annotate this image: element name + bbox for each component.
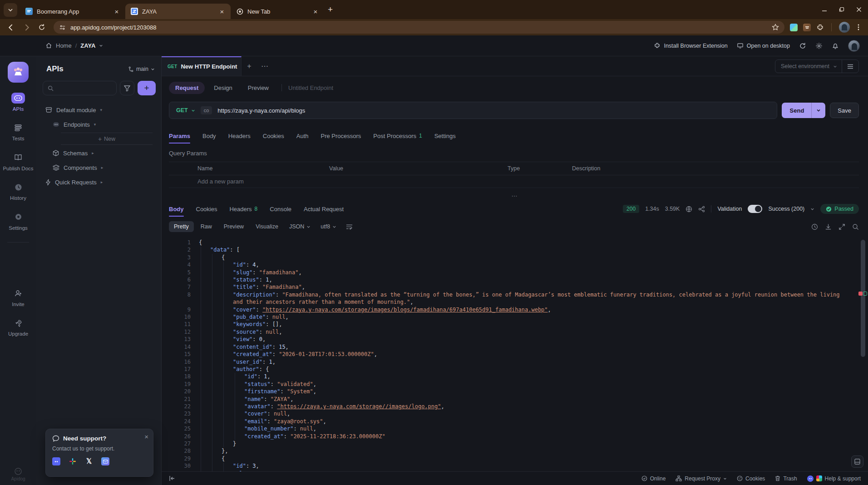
minimize-icon[interactable] <box>822 7 827 12</box>
bottom-panel-toggle[interactable] <box>851 455 863 468</box>
split-resize-handle[interactable]: ⋯ <box>162 193 868 199</box>
gear-icon[interactable] <box>815 42 823 49</box>
browser-tab-zaya[interactable]: ZAYA × <box>125 4 231 19</box>
search-input[interactable] <box>43 81 117 95</box>
tab-search-button[interactable] <box>4 3 17 17</box>
bookmark-star-icon[interactable] <box>772 24 779 31</box>
expand-icon[interactable] <box>838 223 845 230</box>
collapse-sidebar-icon[interactable] <box>169 475 175 481</box>
rail-item-upgrade[interactable]: Upgrade <box>8 317 28 337</box>
tab-settings[interactable]: Settings <box>434 128 456 144</box>
browser-menu-icon[interactable] <box>855 24 862 31</box>
request-url-input[interactable]: https://zaya.y-naya.com/api/blogs <box>217 107 305 114</box>
user-avatar[interactable] <box>848 40 860 52</box>
close-tab-icon[interactable]: × <box>113 7 121 15</box>
editor-scrollbar[interactable] <box>861 240 865 357</box>
close-tab-icon[interactable]: × <box>311 7 320 15</box>
format-preview[interactable]: Preview <box>219 221 249 232</box>
method-select[interactable]: GET <box>169 107 201 114</box>
download-icon[interactable] <box>825 223 832 230</box>
close-tab-icon[interactable]: × <box>218 7 226 15</box>
forward-button[interactable] <box>20 21 33 34</box>
format-pretty[interactable]: Pretty <box>169 221 194 232</box>
reload-button[interactable] <box>35 21 48 34</box>
save-button[interactable]: Save <box>830 103 859 118</box>
online-status[interactable]: Online <box>641 475 666 482</box>
word-wrap-icon[interactable] <box>346 224 353 230</box>
browser-tab-boomerang[interactable]: Boomerang App × <box>20 4 125 19</box>
search-icon[interactable] <box>852 223 859 230</box>
resp-tab-body[interactable]: Body <box>169 201 184 217</box>
breadcrumb-project[interactable]: ZAYA <box>80 42 95 49</box>
slack-icon[interactable] <box>69 457 77 465</box>
site-info-icon[interactable] <box>59 24 66 31</box>
rail-item-history[interactable]: History <box>10 182 26 201</box>
add-tab-button[interactable]: + <box>242 56 257 76</box>
back-button[interactable] <box>5 21 17 34</box>
bell-icon[interactable] <box>832 42 839 49</box>
open-on-desktop-button[interactable]: Open on desktop <box>737 42 790 49</box>
tree-item-default-module[interactable]: Default module ▾ <box>36 103 161 117</box>
email-icon[interactable] <box>101 457 109 465</box>
format-raw[interactable]: Raw <box>196 221 217 232</box>
breadcrumb-home[interactable]: Home <box>56 42 72 49</box>
resp-tab-cookies[interactable]: Cookies <box>196 201 217 217</box>
resp-tab-actual-request[interactable]: Actual Request <box>304 201 344 217</box>
resp-tab-console[interactable]: Console <box>270 201 291 217</box>
resp-tab-headers[interactable]: Headers8 <box>229 201 257 217</box>
branch-selector[interactable]: main <box>128 66 155 72</box>
tree-item-quick-requests[interactable]: Quick Requests ▸ <box>36 175 161 189</box>
view-tab-preview[interactable]: Preview <box>242 82 275 94</box>
tree-item-components[interactable]: Components ▸ <box>36 160 161 175</box>
new-endpoint-button[interactable]: +New <box>61 133 153 145</box>
send-button[interactable]: Send <box>782 103 826 118</box>
rail-item-invite[interactable]: Invite <box>12 288 25 307</box>
close-popup-icon[interactable]: × <box>144 433 148 440</box>
add-param-row[interactable]: Add a new param <box>169 175 859 188</box>
validation-toggle[interactable] <box>748 205 762 213</box>
request-proxy[interactable]: Request Proxy <box>676 475 727 482</box>
tab-post-processors[interactable]: Post Processors1 <box>373 128 422 144</box>
tab-params[interactable]: Params <box>169 128 190 144</box>
new-tab-button[interactable]: + <box>328 5 333 15</box>
project-avatar[interactable] <box>8 62 29 83</box>
format-visualize[interactable]: Visualize <box>251 221 283 232</box>
caret-down-icon[interactable] <box>99 44 103 48</box>
type-select[interactable]: JSON <box>285 223 315 230</box>
send-options-icon[interactable] <box>812 108 825 113</box>
extension-1-icon[interactable] <box>790 24 798 31</box>
extension-2-icon[interactable] <box>803 24 811 31</box>
tab-body[interactable]: Body <box>202 128 216 144</box>
tree-item-schemas[interactable]: Schemas ▸ <box>36 146 161 160</box>
environment-selector[interactable]: Select environment <box>775 59 859 73</box>
globe-icon[interactable] <box>686 206 692 213</box>
share-icon[interactable] <box>698 206 705 213</box>
refresh-icon[interactable] <box>799 42 806 49</box>
rail-item-tests[interactable]: Tests <box>12 122 25 142</box>
tab-pre-processors[interactable]: Pre Processors <box>321 128 361 144</box>
cookies-button[interactable]: Cookies <box>737 475 765 482</box>
view-tab-design[interactable]: Design <box>207 82 238 94</box>
tab-headers[interactable]: Headers <box>228 128 251 144</box>
rail-item-apis[interactable]: APIs <box>11 93 25 112</box>
help-support[interactable]: Help & support <box>807 475 861 482</box>
environment-list-icon[interactable] <box>842 64 858 69</box>
discord-icon[interactable] <box>52 457 60 465</box>
endpoint-tab[interactable]: GET New HTTP Endpoint <box>162 56 242 76</box>
close-window-icon[interactable] <box>856 7 862 12</box>
trash-button[interactable]: Trash <box>775 475 797 482</box>
response-body-editor[interactable]: 1{2"data": [3{4"id": 4,5"slug": "famadih… <box>162 236 868 471</box>
install-extension-button[interactable]: Install Browser Extension <box>654 42 727 49</box>
tab-more-button[interactable]: ⋯ <box>257 56 272 76</box>
extensions-puzzle-icon[interactable] <box>816 24 824 31</box>
history-icon[interactable] <box>811 223 818 230</box>
view-tab-request[interactable]: Request <box>169 82 205 94</box>
address-bar[interactable]: app.apidog.com/project/1203088 <box>54 21 784 34</box>
tab-auth[interactable]: Auth <box>296 128 309 144</box>
browser-tab-newtab[interactable]: New Tab × <box>231 4 324 19</box>
validation-result[interactable]: Success (200) <box>768 206 804 212</box>
filter-button[interactable] <box>120 81 134 95</box>
tree-item-endpoints[interactable]: Endpoints ▾ <box>36 117 161 132</box>
encoding-select[interactable]: utf8 <box>316 223 340 230</box>
maximize-icon[interactable] <box>839 7 844 12</box>
